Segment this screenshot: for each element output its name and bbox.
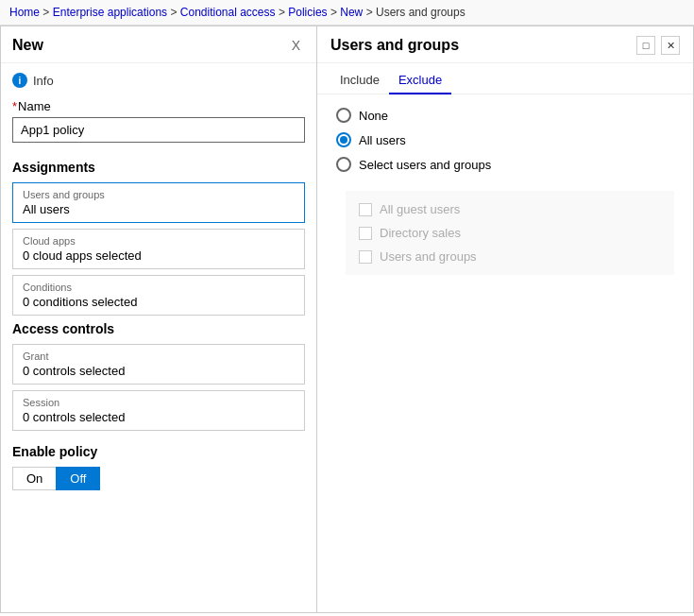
left-panel-body: i Info Name Assignments Users and groups…	[1, 63, 316, 612]
conditions-assignment[interactable]: Conditions 0 conditions selected	[12, 275, 305, 316]
breadcrumb-enterprise-applications[interactable]: Enterprise applications	[53, 6, 167, 19]
radio-group: None All users Select users and groups	[336, 108, 674, 172]
conditions-value: 0 conditions selected	[23, 295, 295, 309]
breadcrumb-policies[interactable]: Policies	[288, 6, 327, 19]
breadcrumb-current: Users and groups	[376, 6, 465, 19]
grant-value: 0 controls selected	[23, 364, 295, 378]
checkbox-users-and-groups-label: Users and groups	[380, 249, 477, 264]
main-container: New X i Info Name Assignments Users and …	[0, 26, 694, 613]
radio-select-users-groups-circle	[336, 157, 351, 172]
users-groups-value: All users	[23, 202, 295, 216]
users-groups-label: Users and groups	[23, 189, 295, 200]
checkbox-all-guest-users-label: All guest users	[380, 202, 460, 216]
radio-select-users-groups-label: Select users and groups	[359, 158, 491, 172]
grant-label: Grant	[23, 351, 295, 362]
toggle-group: On Off	[12, 467, 305, 490]
breadcrumb-new[interactable]: New	[340, 6, 363, 19]
checkbox-all-guest-users: All guest users	[359, 202, 661, 216]
radio-none-circle	[336, 108, 351, 123]
breadcrumb-conditional-access[interactable]: Conditional access	[180, 6, 276, 19]
radio-none[interactable]: None	[336, 108, 674, 123]
radio-select-users-groups[interactable]: Select users and groups	[336, 157, 674, 172]
session-assignment[interactable]: Session 0 controls selected	[12, 390, 305, 431]
assignments-section-title: Assignments	[12, 160, 305, 175]
grant-assignment[interactable]: Grant 0 controls selected	[12, 344, 305, 385]
checkbox-directory-sales-label: Directory sales	[380, 226, 461, 240]
conditions-label: Conditions	[23, 282, 295, 293]
left-panel: New X i Info Name Assignments Users and …	[1, 26, 317, 612]
session-label: Session	[23, 397, 295, 408]
tab-exclude[interactable]: Exclude	[389, 69, 451, 94]
right-panel-title: Users and groups	[330, 37, 459, 54]
access-controls-section-title: Access controls	[12, 321, 305, 336]
radio-all-users-label: All users	[359, 133, 406, 147]
radio-none-label: None	[359, 109, 388, 123]
left-panel-close-button[interactable]: X	[287, 36, 305, 55]
left-panel-title: New	[12, 37, 43, 54]
right-panel-close-button[interactable]: ✕	[661, 36, 680, 55]
maximize-button[interactable]: □	[636, 36, 655, 55]
info-bar: i Info	[12, 73, 305, 88]
info-label: Info	[33, 74, 54, 88]
checkbox-directory-sales-box	[359, 227, 372, 240]
breadcrumb-home[interactable]: Home	[9, 6, 40, 19]
info-icon: i	[12, 73, 27, 88]
radio-all-users-circle	[336, 132, 351, 147]
toggle-on-button[interactable]: On	[12, 467, 56, 490]
right-panel-header: Users and groups □ ✕	[317, 26, 693, 63]
checkbox-users-and-groups-box	[359, 250, 372, 264]
breadcrumb: Home > Enterprise applications > Conditi…	[0, 0, 694, 26]
right-panel-tabs: Include Exclude	[317, 63, 693, 94]
right-panel-controls: □ ✕	[636, 36, 680, 55]
right-panel-body: None All users Select users and groups A…	[317, 94, 693, 612]
radio-all-users[interactable]: All users	[336, 132, 674, 147]
checkbox-directory-sales: Directory sales	[359, 226, 661, 240]
cloud-apps-label: Cloud apps	[23, 235, 295, 247]
cloud-apps-assignment[interactable]: Cloud apps 0 cloud apps selected	[12, 229, 305, 269]
users-groups-assignment[interactable]: Users and groups All users	[12, 182, 305, 223]
enable-policy-label: Enable policy	[12, 444, 305, 459]
right-panel: Users and groups □ ✕ Include Exclude Non…	[317, 26, 693, 612]
session-value: 0 controls selected	[23, 410, 295, 424]
toggle-off-button[interactable]: Off	[56, 467, 100, 490]
name-field-label: Name	[12, 99, 305, 113]
checkbox-users-and-groups: Users and groups	[359, 249, 661, 264]
name-input[interactable]	[12, 117, 305, 143]
checkbox-group: All guest users Directory sales Users an…	[346, 191, 674, 275]
checkbox-all-guest-users-box	[359, 203, 372, 216]
left-panel-header: New X	[1, 26, 316, 63]
enable-policy-section: Enable policy On Off	[12, 444, 305, 490]
cloud-apps-value: 0 cloud apps selected	[23, 248, 295, 263]
tab-include[interactable]: Include	[330, 69, 389, 94]
